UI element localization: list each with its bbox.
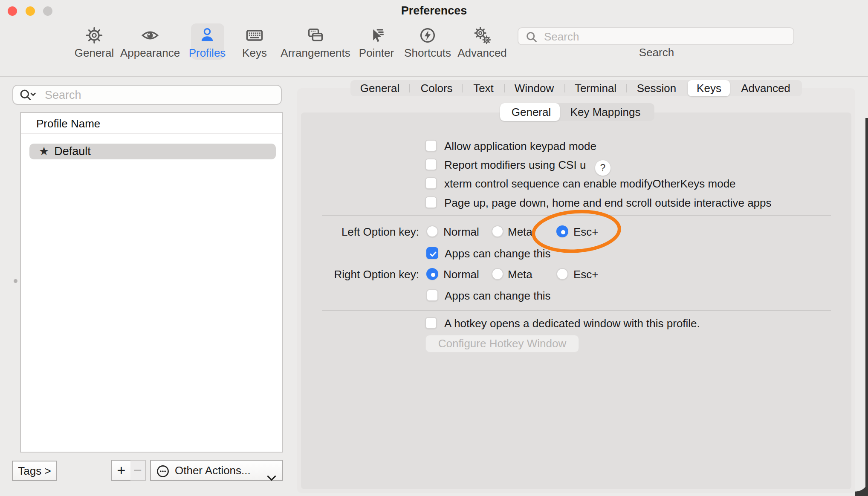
profile-name: Default — [54, 145, 91, 158]
tab-divider — [626, 84, 627, 92]
section-divider — [322, 310, 831, 311]
tab-keys[interactable]: Keys — [697, 80, 721, 96]
tab-advanced[interactable]: Advanced — [741, 80, 790, 96]
toolbar-item-general[interactable]: General — [62, 24, 126, 60]
configure-hotkey-window-button[interactable]: Configure Hotkey Window — [425, 335, 579, 352]
radio-left-option-esc-label[interactable]: Esc+ — [573, 225, 599, 238]
radio-right-option-esc[interactable] — [556, 268, 568, 280]
subtab-general[interactable]: General — [512, 103, 551, 121]
window-corner — [855, 478, 868, 496]
checkbox-page-scroll-label[interactable]: Page up, page down, home and end scroll … — [444, 196, 772, 209]
tab-session[interactable]: Session — [637, 80, 677, 96]
profile-tabbar: General Colors Text Window Terminal Sess… — [350, 80, 802, 96]
toolbar-search-field[interactable] — [518, 27, 794, 45]
profile-row-default[interactable]: ★Default — [29, 144, 276, 159]
toolbar-item-advanced[interactable]: Advanced — [450, 24, 514, 60]
radio-left-option-esc[interactable] — [556, 225, 568, 237]
right-option-key-label: Right Option key: — [298, 268, 419, 281]
tab-divider — [504, 84, 505, 92]
toolbar-label-appearance: Appearance — [118, 46, 182, 59]
radio-right-option-esc-label[interactable]: Esc+ — [573, 268, 599, 281]
checkbox-keypad-mode-label[interactable]: Allow application keypad mode — [444, 140, 596, 153]
radio-left-option-normal[interactable] — [426, 225, 438, 237]
toolbar-label-general: General — [62, 46, 126, 59]
checkbox-page-scroll[interactable] — [425, 196, 437, 208]
windows-icon — [275, 26, 356, 46]
tab-divider — [409, 84, 410, 92]
remove-profile-button[interactable]: − — [130, 460, 146, 481]
other-actions-dropdown[interactable]: Other Actions... — [150, 460, 283, 481]
tab-divider — [564, 84, 565, 92]
toolbar-item-appearance[interactable]: Appearance — [118, 24, 182, 60]
add-profile-button[interactable]: + — [111, 460, 131, 481]
profile-list-header: Profile Name — [36, 117, 100, 130]
checkbox-right-apps-can-change[interactable] — [426, 289, 438, 301]
search-scope-icon — [19, 88, 37, 104]
checkbox-left-apps-can-change[interactable] — [426, 247, 438, 259]
gear-icon — [62, 26, 126, 46]
tags-button[interactable]: Tags > — [12, 461, 57, 481]
radio-right-option-normal-label[interactable]: Normal — [443, 268, 479, 281]
checkbox-hotkey-window-label[interactable]: A hotkey opens a dedicated window with t… — [444, 317, 700, 330]
toolbar-search-input[interactable] — [543, 29, 784, 44]
toolbar-label-advanced: Advanced — [450, 46, 514, 59]
toolbar-divider — [0, 76, 868, 77]
checkbox-modify-other-keys[interactable] — [425, 177, 437, 189]
checkbox-csi-u[interactable] — [425, 159, 437, 170]
window-title: Preferences — [0, 4, 868, 17]
profile-search-field[interactable] — [12, 85, 282, 105]
toolbar-search-caption: Search — [614, 46, 699, 59]
radio-left-option-normal-label[interactable]: Normal — [443, 225, 479, 238]
radio-right-option-normal[interactable] — [426, 268, 438, 280]
toolbar-label-arrangements: Arrangements — [275, 46, 356, 59]
other-actions-label: Other Actions... — [175, 464, 251, 477]
keys-subtabbar: General Key Mappings — [500, 103, 654, 121]
background-window-edge — [865, 118, 868, 496]
checkbox-hotkey-window[interactable] — [425, 317, 437, 329]
toolbar-item-arrangements[interactable]: Arrangements — [275, 24, 356, 60]
tab-colors[interactable]: Colors — [420, 80, 452, 96]
radio-right-option-meta[interactable] — [492, 268, 503, 280]
star-icon: ★ — [39, 145, 49, 158]
checkbox-csi-u-label[interactable]: Report modifiers using CSI u — [444, 159, 586, 171]
tab-window[interactable]: Window — [515, 80, 554, 96]
checkbox-left-apps-can-change-label[interactable]: Apps can change this — [445, 247, 551, 260]
preferences-window: Preferences General Appearance — [0, 0, 868, 496]
section-divider — [322, 215, 831, 216]
checkbox-right-apps-can-change-label[interactable]: Apps can change this — [445, 289, 551, 302]
chevron-down-icon — [267, 467, 276, 487]
profile-list: Profile Name ★Default — [20, 112, 283, 453]
checkbox-keypad-mode[interactable] — [425, 140, 437, 152]
tab-divider — [462, 84, 463, 92]
checkbox-modify-other-keys-label[interactable]: xterm control sequence can enable modify… — [444, 177, 736, 190]
tab-general[interactable]: General — [360, 80, 400, 96]
gears-icon — [450, 26, 514, 46]
pane-resize-dot — [14, 279, 17, 283]
tab-text[interactable]: Text — [473, 80, 494, 96]
radio-right-option-meta-label[interactable]: Meta — [508, 268, 532, 281]
radio-left-option-meta[interactable] — [492, 225, 503, 237]
search-icon — [525, 31, 538, 45]
header-divider — [21, 133, 282, 134]
left-option-key-label: Left Option key: — [298, 225, 419, 238]
profile-search-input[interactable] — [44, 87, 276, 103]
radio-left-option-meta-label[interactable]: Meta — [508, 225, 532, 238]
eye-icon — [118, 26, 182, 46]
tab-terminal[interactable]: Terminal — [575, 80, 616, 96]
ellipsis-circle-icon — [156, 464, 170, 484]
help-button[interactable]: ? — [595, 160, 611, 176]
subtab-key-mappings[interactable]: Key Mappings — [570, 103, 641, 121]
